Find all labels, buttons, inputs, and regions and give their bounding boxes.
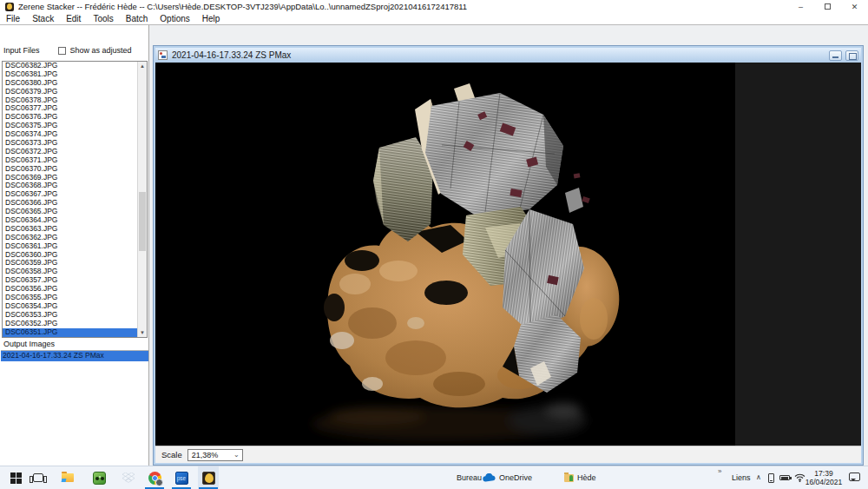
hidden-icons-chevron-icon[interactable]: ∧ (756, 473, 761, 481)
file-list-scrollbar[interactable]: ▲ ▼ (137, 62, 147, 337)
onedrive-label: OneDrive (499, 473, 532, 482)
scale-combobox[interactable]: 21,38% ⌄ (187, 449, 243, 461)
output-image-list[interactable]: 2021-04-16-17.33.24 ZS PMax (1, 350, 148, 463)
show-as-adjusted-checkbox[interactable] (58, 47, 66, 55)
scrollbar-thumb[interactable] (139, 192, 146, 251)
menu-item[interactable]: Edit (60, 13, 87, 25)
windows-logo-icon (10, 472, 16, 478)
main-content: Input Files Show as adjusted DSC06382.JP… (0, 25, 868, 466)
input-files-label: Input Files (3, 46, 40, 55)
input-file-list[interactable]: DSC06382.JPGDSC06381.JPGDSC06380.JPGDSC0… (2, 61, 148, 338)
scroll-up-arrow-icon[interactable]: ▲ (138, 62, 147, 70)
task-view-icon (33, 473, 43, 482)
taskbar-clock[interactable]: 17:39 16/04/2021 (803, 469, 845, 486)
phone-tray-icon[interactable] (768, 473, 774, 483)
chrome-button[interactable] (144, 466, 165, 489)
input-file-rows: DSC06382.JPGDSC06381.JPGDSC06380.JPGDSC0… (3, 62, 137, 337)
start-button[interactable] (5, 466, 26, 489)
image-frame-title: 2021-04-16-17.33.24 ZS PMax (172, 50, 291, 60)
window-title: Zerene Stacker -- Frédéric Hède -- C:\Us… (18, 2, 467, 11)
image-frame-buttons (829, 50, 858, 61)
photoshop-elements-icon: pse (175, 472, 188, 485)
taskbar: pse Bureau OneDrive Hède » Liens ∧ 17:39… (0, 466, 868, 489)
file-explorer-button[interactable] (57, 466, 78, 489)
image-frame-titlebar[interactable]: 2021-04-16-17.33.24 ZS PMax (155, 48, 861, 63)
image-file-icon (158, 50, 168, 60)
scroll-down-arrow-icon[interactable]: ▼ (138, 328, 147, 337)
zerene-stacker-button[interactable] (198, 466, 219, 489)
input-file-row[interactable]: DSC06351.JPG (3, 328, 137, 337)
viewer-area: 2021-04-16-17.33.24 ZS PMax (149, 25, 868, 466)
specimen-illustration (155, 63, 735, 446)
dropbox-icon (122, 472, 135, 483)
onedrive-toolbar[interactable]: OneDrive (483, 466, 532, 489)
left-panel: Input Files Show as adjusted DSC06382.JP… (0, 25, 149, 466)
menu-item[interactable]: Help (196, 13, 227, 25)
menu-item[interactable]: Stack (26, 13, 60, 25)
task-view-button[interactable] (28, 466, 49, 489)
toolbar-overflow-icon[interactable]: » (718, 467, 721, 475)
zerene-stacker-icon (202, 472, 215, 485)
hede-label: Hède (577, 473, 596, 482)
output-image-row[interactable]: 2021-04-16-17.33.24 ZS PMax (1, 351, 148, 361)
image-frame: 2021-04-16-17.33.24 ZS PMax (153, 45, 864, 466)
menu-item[interactable]: Batch (120, 13, 155, 25)
dropbox-button[interactable] (118, 466, 139, 489)
window-titlebar[interactable]: Zerene Stacker -- Frédéric Hède -- C:\Us… (0, 0, 868, 13)
scale-value: 21,38% (192, 451, 219, 459)
photoshop-elements-button[interactable]: pse (171, 466, 192, 489)
maximize-button[interactable] (814, 0, 841, 13)
battery-icon[interactable] (779, 475, 790, 480)
clock-date: 16/04/2021 (803, 478, 845, 486)
frame-minimize-button[interactable] (829, 50, 842, 61)
action-center-icon[interactable] (849, 472, 860, 481)
green-app-button[interactable] (89, 466, 109, 489)
image-canvas[interactable] (155, 63, 861, 446)
clock-time: 17:39 (803, 469, 845, 478)
specimen-photo (155, 63, 735, 446)
input-files-header: Input Files Show as adjusted (0, 44, 149, 56)
binoculars-app-icon (93, 472, 106, 485)
close-button[interactable]: ✕ (841, 0, 868, 13)
user-folder-icon (564, 474, 574, 482)
bureau-toolbar[interactable]: Bureau (457, 473, 482, 482)
minimize-button[interactable]: – (787, 0, 814, 13)
scale-bar: Scale 21,38% ⌄ (155, 446, 861, 463)
zerene-app-icon (5, 3, 14, 11)
scale-label: Scale (161, 450, 182, 459)
liens-toolbar[interactable]: Liens (732, 473, 751, 482)
frame-maximize-button[interactable] (845, 50, 858, 61)
chrome-icon (148, 472, 161, 485)
menu-item[interactable]: File (0, 13, 26, 25)
menubar: FileStackEditToolsBatchOptionsHelp (0, 13, 868, 25)
hede-toolbar[interactable]: Hède (564, 466, 596, 489)
menu-item[interactable]: Tools (87, 13, 119, 25)
show-as-adjusted-label: Show as adjusted (70, 46, 132, 55)
menu-item[interactable]: Options (154, 13, 195, 25)
window-controls: – ✕ (787, 0, 868, 13)
folder-icon (62, 473, 74, 482)
maximize-icon (825, 3, 831, 10)
chevron-down-icon: ⌄ (233, 451, 240, 459)
onedrive-cloud-icon (483, 473, 496, 482)
output-images-label: Output Images (3, 340, 55, 348)
